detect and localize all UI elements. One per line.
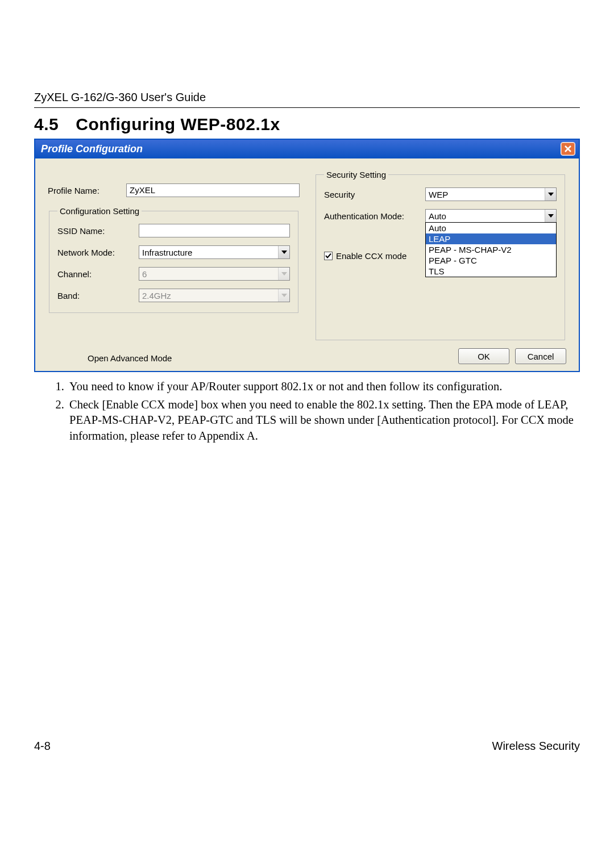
security-setting-group: Security Setting Security WEP Authentica… — [316, 170, 565, 340]
section-heading: 4.5Configuring WEP-802.1x — [34, 115, 580, 134]
auth-mode-label: Authentication Mode: — [324, 211, 421, 221]
profile-name-input[interactable]: ZyXEL — [126, 183, 300, 197]
footer-title: Wireless Security — [492, 740, 580, 753]
enable-ccx-checkbox[interactable] — [324, 252, 333, 260]
auth-mode-option[interactable]: PEAP - GTC — [426, 255, 556, 266]
security-label: Security — [324, 190, 421, 199]
network-mode-label: Network Mode: — [57, 248, 134, 257]
header-rule — [34, 107, 580, 108]
chevron-down-icon — [545, 188, 556, 201]
network-mode-value: Infrastructure — [142, 248, 278, 257]
notes-list: You need to know if your AP/Router suppo… — [34, 379, 580, 444]
configuration-setting-legend: Configuration Setting — [57, 206, 142, 216]
chevron-down-icon — [278, 289, 289, 302]
window-title: Profile Configuration — [41, 143, 143, 155]
security-value: WEP — [429, 190, 545, 199]
open-advanced-mode-link[interactable]: Open Advanced Mode — [88, 353, 172, 363]
auth-mode-option[interactable]: LEAP — [426, 233, 556, 244]
band-select: 2.4GHz — [139, 289, 290, 302]
note-item: Check [Enable CCX mode] box when you nee… — [67, 397, 580, 444]
section-number: 4.5 — [34, 115, 59, 133]
profile-name-label: Profile Name: — [48, 186, 122, 195]
chevron-down-icon — [278, 268, 289, 280]
cancel-button[interactable]: Cancel — [515, 348, 566, 364]
auth-mode-dropdown[interactable]: AutoLEAPPEAP - MS-CHAP-V2PEAP - GTCTLS — [425, 222, 557, 277]
auth-mode-select[interactable]: Auto AutoLEAPPEAP - MS-CHAP-V2PEAP - GTC… — [425, 209, 557, 223]
auth-mode-value: Auto — [429, 211, 545, 221]
section-title-text: Configuring WEP-802.1x — [76, 115, 280, 133]
page-number: 4-8 — [34, 740, 51, 753]
channel-label: Channel: — [57, 269, 134, 279]
profile-configuration-dialog: Profile Configuration Profile Name: ZyXE… — [34, 139, 580, 372]
network-mode-select[interactable]: Infrastructure — [139, 245, 290, 259]
enable-ccx-label: Enable CCX mode — [336, 251, 406, 261]
close-icon[interactable] — [561, 142, 575, 156]
band-label: Band: — [57, 291, 134, 301]
auth-mode-option[interactable]: TLS — [426, 266, 556, 277]
page-footer: 4-8 Wireless Security — [34, 740, 580, 753]
chevron-down-icon — [278, 246, 289, 258]
ssid-label: SSID Name: — [57, 226, 134, 236]
titlebar[interactable]: Profile Configuration — [35, 140, 579, 158]
channel-select: 6 — [139, 267, 290, 281]
channel-value: 6 — [142, 269, 278, 279]
auth-mode-option[interactable]: PEAP - MS-CHAP-V2 — [426, 244, 556, 255]
auth-mode-option[interactable]: Auto — [426, 223, 556, 233]
running-header: ZyXEL G-162/G-360 User's Guide — [34, 91, 580, 104]
security-setting-legend: Security Setting — [324, 170, 388, 180]
configuration-setting-group: Configuration Setting SSID Name: Network… — [49, 206, 298, 313]
security-select[interactable]: WEP — [425, 187, 557, 201]
note-item: You need to know if your AP/Router suppo… — [67, 379, 580, 395]
band-value: 2.4GHz — [142, 291, 278, 301]
ssid-input[interactable] — [139, 224, 290, 237]
chevron-down-icon — [545, 210, 556, 222]
ok-button[interactable]: OK — [458, 348, 509, 364]
